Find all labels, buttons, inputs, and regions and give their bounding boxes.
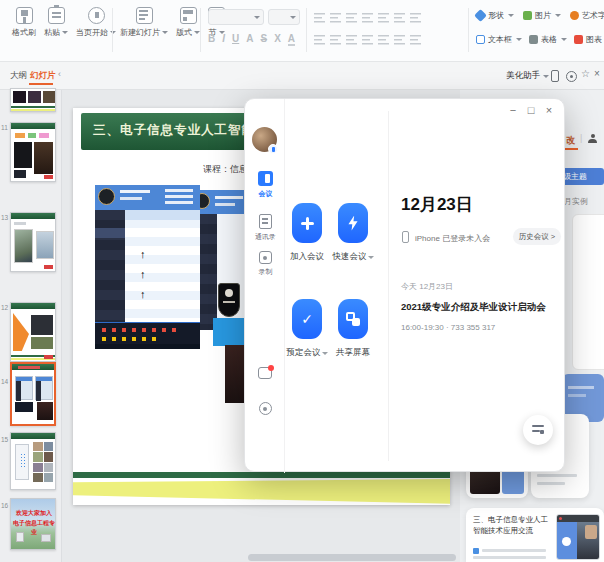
decor-bar [482, 549, 546, 552]
close-pane-icon[interactable]: × [594, 68, 600, 79]
horizontal-scrollbar[interactable] [248, 554, 456, 561]
shapes-button[interactable]: 形状 [476, 10, 514, 21]
quick-schedule-fab[interactable] [523, 415, 553, 445]
maximize-button[interactable]: □ [524, 104, 538, 116]
slide-number: 14 [1, 378, 9, 385]
meeting-panel-icon [258, 171, 273, 186]
slide-thumbnail-15[interactable] [10, 432, 56, 490]
font-size-select[interactable] [268, 9, 300, 25]
slide-screenshot1-sidebar [95, 210, 125, 322]
share-screen-label: 共享屏幕 [323, 347, 383, 359]
thumb-photo [43, 91, 55, 103]
upcoming-meeting-title[interactable]: 2021级专业介绍及毕业设计启动会 [401, 301, 546, 314]
paragraph-tools-row1[interactable] [314, 12, 426, 23]
cursor-arrow-icon: ↑ [140, 248, 146, 260]
table-button[interactable]: 表格 [529, 34, 567, 45]
paste-button[interactable]: 粘贴 [44, 7, 68, 38]
thumb-screenshot [15, 376, 33, 400]
play-from-current-icon [88, 7, 105, 24]
chart-button[interactable]: 图表 [574, 34, 604, 45]
meeting-window: − □ × 会议 通讯录 录制 ✓ 加入会议 快速会议 预定会议 共享屏幕 12… [244, 98, 565, 472]
slide-thumbnail-10[interactable] [10, 88, 56, 112]
account-person-icon[interactable] [588, 134, 597, 143]
pane-tab-active[interactable]: 改 [566, 134, 575, 147]
slide-number: 13 [1, 214, 9, 221]
tab-outline[interactable]: 大纲 [10, 70, 27, 82]
thumb-title-bar [11, 123, 55, 129]
paragraph-tools-row2[interactable] [314, 34, 426, 45]
thumb-photo [14, 170, 26, 178]
settings-gear-icon[interactable] [566, 71, 577, 82]
thumb-caption: 欢迎大家加入 [11, 509, 56, 518]
wordart-button[interactable]: 艺术字 [570, 10, 604, 21]
share-screen-button[interactable] [338, 299, 368, 339]
increase-font-button[interactable]: A [246, 33, 253, 46]
section-divider [388, 111, 389, 461]
thumb-photo [31, 337, 53, 349]
today-label: 今天 12月23日 [401, 281, 453, 292]
bold-button[interactable]: B [208, 33, 215, 46]
font-name-select[interactable] [208, 9, 264, 25]
slide-thumbnail-14-selected[interactable] [10, 362, 56, 426]
device-status-badge [268, 144, 278, 154]
wordart-icon [570, 11, 579, 20]
underline-button[interactable]: U [232, 33, 239, 46]
slide-thumbnail-12[interactable] [10, 212, 56, 272]
pane-tab-divider: | [580, 133, 582, 143]
pane-tab-underline [564, 148, 578, 150]
pane-card-sliver[interactable] [572, 214, 604, 370]
font-color-button[interactable]: A [288, 33, 295, 46]
template-card-3[interactable]: 三、电子信息专业人工智能技术应用交流 [466, 508, 604, 562]
sidebar-label: 会议 [258, 189, 272, 198]
play-from-current-button[interactable]: 当页开始 [76, 7, 116, 38]
insert-group-row2: 文本框 表格 图表 选择 [476, 34, 604, 45]
layout-button[interactable]: 版式 [176, 7, 200, 38]
decor-chip [15, 133, 25, 138]
pane-section-label: 月实例 [564, 196, 588, 207]
slide-thumbnail-16[interactable]: 欢迎大家加入 电子信息工程专业 [10, 498, 56, 550]
layout-icon [180, 7, 197, 24]
thumb-photo [34, 142, 53, 174]
ribbon-divider [112, 8, 113, 52]
collapse-pane-icon[interactable]: ‹ [58, 69, 61, 79]
italic-button[interactable]: I [222, 33, 225, 46]
minimize-button[interactable]: − [506, 104, 520, 116]
new-slide-button[interactable]: 新建幻灯片 [120, 7, 168, 38]
format-painter-button[interactable]: 格式刷 [12, 7, 36, 38]
beautify-assistant-button[interactable]: 美化助手 [506, 70, 549, 82]
strikethrough-button[interactable]: S [260, 33, 267, 46]
thumb-building [41, 534, 51, 542]
chart-icon [574, 35, 583, 44]
contacts-book-icon [259, 214, 272, 229]
favorite-star-icon[interactable]: ☆ [581, 68, 590, 79]
join-meeting-button[interactable] [292, 203, 322, 243]
superscript-button[interactable]: X [274, 33, 281, 46]
quick-meeting-button[interactable] [338, 203, 368, 243]
decor-chip [28, 133, 36, 138]
thumb-title-bar [11, 303, 55, 309]
schedule-meeting-button[interactable]: ✓ [292, 299, 322, 339]
history-meetings-button[interactable]: 历史会议 > [513, 228, 561, 245]
feedback-button[interactable] [245, 367, 285, 379]
format-painter-label: 格式刷 [12, 27, 36, 38]
slide-thumbnail-13[interactable] [10, 302, 56, 362]
sidebar-item-meetings[interactable]: 会议 [245, 171, 285, 199]
record-icon [259, 251, 272, 264]
font-tools: B I U A S X A [208, 33, 302, 46]
textbox-button[interactable]: 文本框 [476, 34, 522, 45]
settings-button[interactable] [245, 402, 285, 415]
tab-slides[interactable]: 幻灯片 [30, 70, 56, 82]
sidebar-item-contacts[interactable]: 通讯录 [245, 214, 285, 242]
phone-icon[interactable] [551, 70, 559, 82]
slide-number: 16 [1, 502, 9, 509]
close-button[interactable]: × [542, 104, 556, 116]
picture-button[interactable]: 图片 [523, 10, 561, 21]
slide-number: 15 [1, 436, 9, 443]
thumb-building [16, 532, 24, 542]
slide-thumbnail-11[interactable] [10, 122, 56, 182]
insert-group-row1: 形状 图片 艺术字 查找 [476, 10, 604, 21]
template-card-title: 三、电子信息专业人工智能技术应用交流 [473, 515, 553, 536]
device-status-text: iPhone 已登录未入会 [415, 233, 490, 244]
thumb-photo [14, 229, 33, 263]
paste-icon [48, 7, 65, 24]
